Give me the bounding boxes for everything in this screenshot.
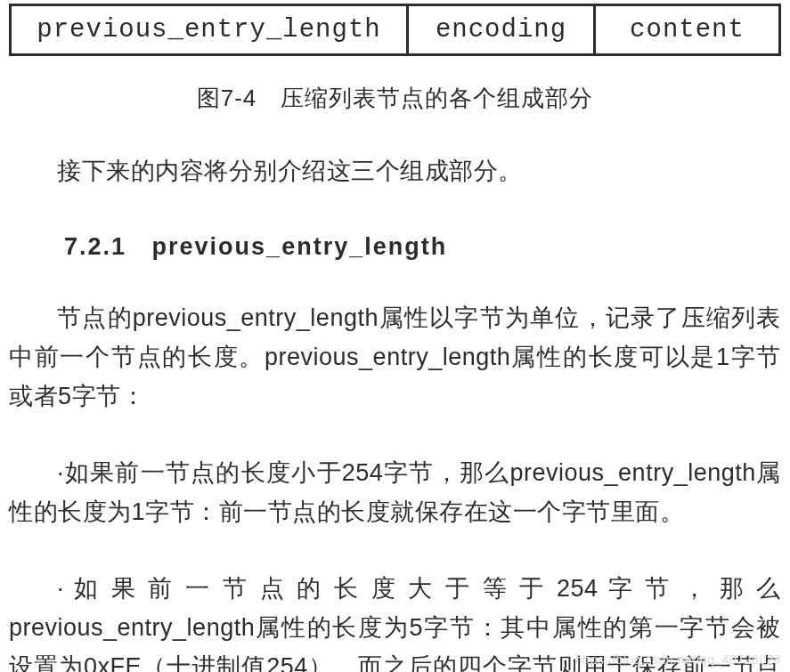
node-layout-diagram: previous_entry_length encoding content [9,4,781,56]
paragraph-2: ·如果前一节点的长度小于254字节，那么previous_entry_lengt… [9,453,781,531]
diagram-cell-prev-length: previous_entry_length [12,6,409,53]
figure-caption: 图7-4 压缩列表节点的各个组成部分 [0,83,790,114]
body-text: 接下来的内容将分别介绍这三个组成部分。 7.2.1 previous_entry… [9,151,781,672]
section-title: previous_entry_length [152,233,448,260]
paragraph-1: 节点的previous_entry_length属性以字节为单位，记录了压缩列表… [9,298,781,416]
section-number: 7.2.1 [64,233,126,260]
diagram-cell-encoding: encoding [409,6,596,53]
intro-paragraph: 接下来的内容将分别介绍这三个组成部分。 [9,151,781,190]
section-heading: 7.2.1 previous_entry_length [64,233,781,261]
diagram-cell-content: content [596,6,778,53]
watermark: https://blog.csdn.net/qq_40728028 [575,652,781,667]
